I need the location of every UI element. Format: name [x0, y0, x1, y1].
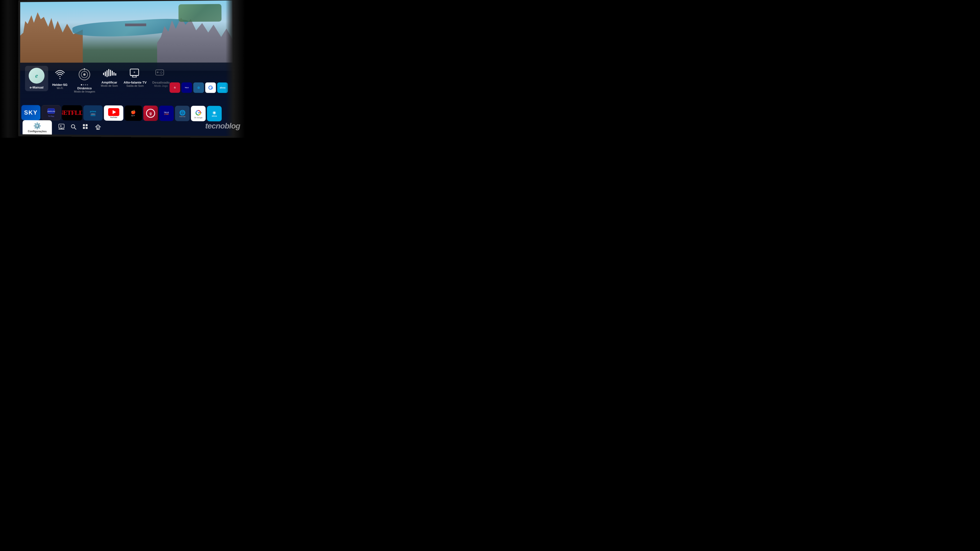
left-dark-edge — [0, 0, 19, 138]
image-mode-icon — [78, 68, 91, 83]
settings-gear-icon: ⚙️ — [33, 122, 41, 130]
svg-rect-50 — [97, 128, 99, 130]
bottom-nav-icons — [53, 123, 102, 132]
svg-point-4 — [84, 68, 85, 69]
mini-internet[interactable]: 🌐 — [193, 83, 204, 93]
qs-wifi[interactable]: Helder-5G Wi-Fi — [48, 66, 72, 92]
bridge — [125, 23, 146, 26]
settings-label: Configurações — [28, 130, 46, 133]
svg-rect-10 — [107, 70, 107, 77]
app-globoplay[interactable]: g — [143, 105, 158, 121]
app-telecine[interactable]: TELE CINE — [159, 106, 174, 121]
green-area — [178, 4, 222, 22]
apps-section: SKY SAMSUNG TV Plus NETFLIX — [21, 105, 232, 121]
app-youtube[interactable]: YouTube — [104, 105, 123, 121]
buildings-left — [20, 12, 83, 71]
svg-point-21 — [134, 71, 135, 73]
svg-rect-45 — [83, 124, 85, 126]
game-mode-icon — [155, 68, 167, 79]
svg-rect-40 — [59, 129, 64, 130]
svg-rect-12 — [110, 70, 111, 76]
svg-rect-48 — [86, 127, 88, 129]
svg-point-28 — [161, 73, 162, 74]
svg-rect-31 — [210, 88, 213, 89]
svg-point-27 — [160, 72, 161, 73]
mini-telecine[interactable]: TELE — [181, 83, 192, 93]
svg-point-0 — [59, 78, 60, 79]
quick-settings-section: e e-Manual — [22, 64, 181, 97]
wifi-icon — [54, 68, 66, 81]
tv-screen: e e-Manual — [18, 0, 235, 138]
svg-rect-9 — [105, 71, 106, 76]
qs-image-mode[interactable]: Dinâmico Modo de Imagem — [72, 66, 97, 95]
apps-button[interactable] — [82, 124, 89, 132]
source-button[interactable] — [58, 124, 65, 132]
app-sky[interactable]: SKY — [21, 105, 40, 120]
ui-panel: e e-Manual — [20, 63, 233, 136]
app-alexa[interactable]: ◉ alexa — [207, 106, 222, 121]
qs-sound-output[interactable]: Alto-falante TV Saída de Som — [121, 66, 149, 89]
settings-button[interactable]: ⚙️ Configurações — [22, 120, 52, 135]
svg-point-5 — [84, 70, 85, 70]
screen-content: e e-Manual — [20, 0, 233, 136]
tecnoblog-watermark: tecnoblog — [205, 121, 240, 130]
mini-apps-row: G TELE 🌐 — [170, 83, 228, 93]
qs-sound-mode[interactable]: Amplificar Modo de Som — [97, 66, 121, 89]
svg-point-25 — [161, 71, 162, 72]
right-dark-edge — [226, 0, 245, 138]
emanual-icon: e — [29, 68, 45, 84]
city-background — [20, 0, 233, 71]
svg-text:SAMSUNG: SAMSUNG — [47, 110, 55, 113]
mini-globoplay[interactable]: G — [170, 83, 180, 93]
mini-okgoogle[interactable] — [205, 83, 216, 93]
svg-point-6 — [84, 70, 85, 71]
sound-mode-icon — [103, 68, 116, 79]
app-prime-video[interactable]: prime video — [83, 105, 103, 121]
home-button[interactable] — [95, 124, 102, 132]
svg-point-7 — [84, 71, 85, 72]
svg-rect-13 — [111, 71, 113, 76]
app-apple-tv[interactable]: 🍎 tv+ — [124, 105, 142, 121]
svg-rect-11 — [108, 69, 109, 76]
svg-marker-42 — [60, 125, 62, 127]
app-netflix[interactable]: NETFLIX — [62, 105, 82, 121]
svg-rect-22 — [156, 70, 164, 75]
app-internet[interactable]: 🌐 Internet — [175, 106, 190, 121]
bottom-bar: ⚙️ Configurações — [20, 120, 233, 136]
app-ok-google[interactable]: Ok Google — [191, 106, 205, 121]
svg-rect-46 — [86, 124, 88, 126]
svg-rect-8 — [103, 73, 104, 75]
app-samsung-tv-plus[interactable]: SAMSUNG TV Plus — [41, 105, 61, 121]
svg-rect-14 — [113, 72, 115, 76]
svg-point-3 — [83, 73, 86, 76]
svg-rect-15 — [115, 73, 116, 76]
qs-emanual[interactable]: e e-Manual — [25, 66, 48, 91]
svg-point-26 — [162, 72, 162, 73]
sound-output-icon — [129, 68, 140, 79]
svg-line-44 — [74, 127, 76, 129]
search-button[interactable] — [70, 124, 76, 132]
svg-rect-47 — [83, 127, 85, 129]
